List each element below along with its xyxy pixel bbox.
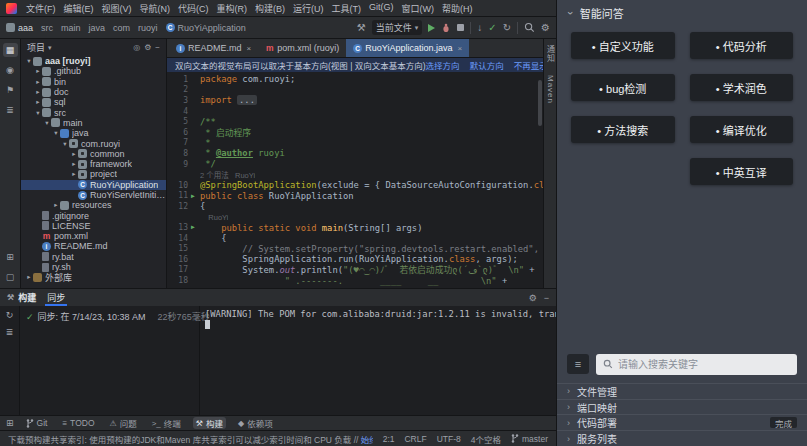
tab-close-icon[interactable]: ×: [247, 44, 252, 53]
notification-link[interactable]: 不再显示: [514, 59, 543, 71]
tool-stripe-label[interactable]: 通知: [545, 45, 556, 63]
code-line[interactable]: 2 个用法 RuoYi: [167, 169, 543, 180]
tree-item[interactable]: mpom.xml: [21, 231, 166, 241]
breadcrumb-item[interactable]: ruoyi: [138, 23, 158, 33]
run-gutter-icon[interactable]: ▶: [191, 193, 200, 200]
assistant-section[interactable]: ›服务列表: [557, 430, 807, 446]
status-segment[interactable]: UTF-8: [437, 434, 461, 444]
assistant-section[interactable]: ›代码部署完成: [557, 414, 807, 430]
assistant-header[interactable]: › 智能问答: [557, 0, 807, 26]
code-line[interactable]: 7 *: [167, 138, 543, 149]
assistant-search-input[interactable]: [618, 359, 790, 370]
status-segment[interactable]: master: [511, 434, 548, 444]
tree-item[interactable]: .gitignore: [21, 210, 166, 220]
panel-options-gear-icon[interactable]: ⚙: [144, 43, 151, 52]
tree-item[interactable]: ▸.github: [21, 66, 166, 76]
code-line[interactable]: 10@SpringBootApplication(exclude = { Dat…: [167, 180, 543, 191]
minimize-panel-icon[interactable]: −: [544, 293, 549, 303]
structure-tool-icon[interactable]: ≣: [3, 103, 18, 117]
code-line[interactable]: 15 // System.setProperty("spring.devtool…: [167, 244, 543, 255]
tree-item[interactable]: ▸bin: [21, 77, 166, 87]
build-hammer-icon[interactable]: ⚒: [357, 23, 366, 33]
menu-item[interactable]: 视图(V): [98, 2, 136, 15]
history-icon[interactable]: ↻: [503, 23, 511, 33]
breadcrumb-project[interactable]: aaa: [6, 23, 33, 33]
tree-item[interactable]: ▸sql: [21, 97, 166, 107]
hide-panel-icon[interactable]: −: [155, 43, 160, 52]
build-settings-gear-icon[interactable]: ⚙: [529, 293, 537, 303]
tree-item[interactable]: ▾aaa [ruoyi]: [21, 56, 166, 66]
menu-item[interactable]: 工具(T): [328, 2, 366, 15]
menu-item[interactable]: 窗口(W): [398, 2, 439, 15]
code-line[interactable]: 14 {: [167, 233, 543, 244]
assistant-feature-button[interactable]: • 自定义功能: [571, 32, 675, 59]
editor-tab[interactable]: mpom.xml (ruoyi): [258, 39, 346, 57]
tree-item[interactable]: ▸common: [21, 149, 166, 159]
sync-status-row[interactable]: ✓ 同步: 在 7/14/23, 10:38 AM 22秒765毫秒: [26, 310, 193, 323]
status-segment[interactable]: 2:1: [383, 434, 395, 444]
tree-item[interactable]: ▸resources: [21, 200, 166, 210]
build-console[interactable]: [WARNING] The POM for com.alibaba:druid:…: [200, 306, 556, 415]
menu-item[interactable]: 帮助(H): [438, 2, 477, 15]
tree-item[interactable]: ▸framework: [21, 159, 166, 169]
tree-item[interactable]: ▸doc: [21, 87, 166, 97]
menu-item[interactable]: 编辑(E): [60, 2, 98, 15]
project-tool-icon[interactable]: ▦: [3, 43, 18, 57]
menu-item[interactable]: 导航(N): [136, 2, 175, 15]
code-line[interactable]: 9 */: [167, 159, 543, 170]
assistant-menu-button[interactable]: ≡: [567, 354, 589, 374]
rerun-sync-icon[interactable]: ↻: [6, 310, 14, 320]
problems-tool-icon[interactable]: ▢: [3, 270, 18, 284]
code-line[interactable]: 1package com.ruoyi;: [167, 74, 543, 85]
tree-item[interactable]: ry.sh: [21, 262, 166, 272]
toolwindow-button-terminal[interactable]: >_终端: [149, 417, 184, 429]
assistant-feature-button[interactable]: • 中英互译: [690, 158, 794, 185]
assistant-feature-button[interactable]: • 学术润色: [690, 74, 794, 101]
toolwindow-button-git-branch[interactable]: Git: [23, 417, 51, 429]
status-segment[interactable]: CRLF: [404, 434, 426, 444]
menu-item[interactable]: Git(G): [365, 2, 398, 15]
code-line[interactable]: 12{: [167, 201, 543, 212]
toolwindow-button-dependencies[interactable]: ◆依赖项: [235, 417, 276, 429]
locate-file-icon[interactable]: ◎: [133, 43, 140, 52]
run-button[interactable]: [428, 24, 435, 32]
code-editor[interactable]: 1package com.ruoyi;23import ...45/**6 * …: [167, 72, 543, 288]
settings-gear-icon[interactable]: ⚙: [541, 23, 550, 33]
git-update-icon[interactable]: ↓: [477, 23, 482, 33]
editor-scrollbar[interactable]: [538, 80, 542, 126]
assistant-section[interactable]: ›文件管理: [557, 383, 807, 399]
ide-logo-icon[interactable]: [6, 3, 17, 14]
code-line[interactable]: 8 * @author ruoyi: [167, 148, 543, 159]
assistant-feature-button[interactable]: • 编译优化: [690, 116, 794, 143]
tree-item[interactable]: CRuoYiServletInitializer: [21, 190, 166, 200]
toolwindow-switcher-icon[interactable]: ⊞: [6, 419, 14, 428]
run-config-selector[interactable]: 当前文件 ▾: [372, 20, 423, 35]
editor-tab[interactable]: iREADME.md×: [169, 39, 258, 57]
toolwindow-button-build[interactable]: ⚒构建: [193, 417, 226, 429]
toolwindow-button-todo[interactable]: ≡TODO: [59, 417, 97, 429]
code-line[interactable]: RuoYi: [167, 212, 543, 223]
notification-link[interactable]: 选择方向: [426, 59, 460, 71]
tree-item[interactable]: ▸外部库: [21, 272, 166, 282]
run-tool-icon[interactable]: ⊞: [3, 250, 18, 264]
breadcrumb-item[interactable]: com: [113, 23, 130, 33]
code-line[interactable]: 4: [167, 106, 543, 117]
status-action-link[interactable]: 始终下载: [361, 435, 373, 445]
tree-item[interactable]: ▾com.ruoyi: [21, 138, 166, 148]
tree-item[interactable]: ▾java: [21, 128, 166, 138]
code-line[interactable]: 11▶public class RuoYiApplication: [167, 191, 543, 202]
tree-item[interactable]: ry.bat: [21, 252, 166, 262]
bookmarks-tool-icon[interactable]: ⚑: [3, 83, 18, 97]
tool-stripe-label[interactable]: Maven: [546, 75, 555, 104]
editor-tab[interactable]: CRuoYiApplication.java×: [346, 39, 469, 57]
tree-item[interactable]: ▾src: [21, 107, 166, 117]
commit-tool-icon[interactable]: ◉: [3, 63, 18, 77]
project-panel-title[interactable]: 项目: [27, 41, 45, 54]
menu-item[interactable]: 文件(F): [22, 2, 60, 15]
stop-button[interactable]: [457, 24, 464, 31]
notification-link[interactable]: 默认方向: [470, 59, 504, 71]
tree-item[interactable]: ▾main: [21, 118, 166, 128]
tab-close-icon[interactable]: ×: [457, 44, 462, 53]
breadcrumb-item[interactable]: java: [89, 23, 106, 33]
assistant-section[interactable]: ›端口映射: [557, 399, 807, 415]
